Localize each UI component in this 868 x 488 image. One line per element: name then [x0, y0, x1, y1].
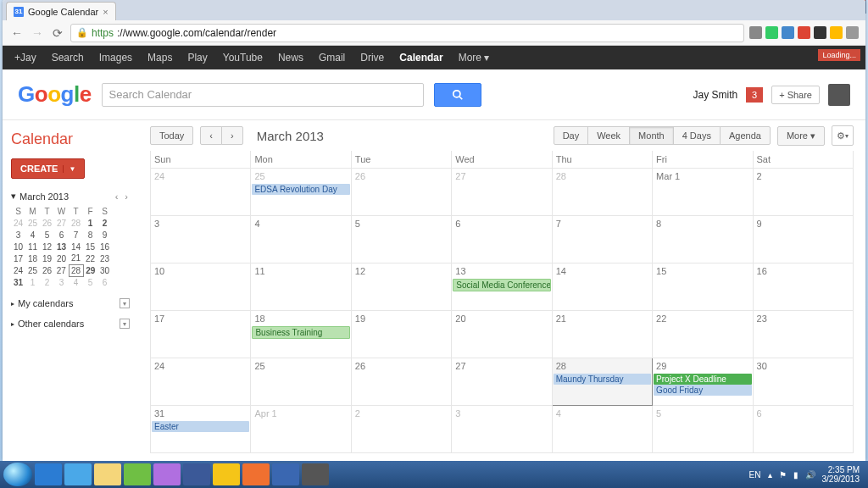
mini-day[interactable]: 16	[97, 241, 112, 252]
calendar-cell[interactable]: 24	[151, 358, 251, 406]
calendar-cell[interactable]: 7	[552, 216, 652, 263]
calendar-cell[interactable]: 8	[653, 216, 753, 263]
calendar-cell[interactable]: 25	[251, 358, 351, 406]
mini-day[interactable]: 5	[40, 229, 54, 241]
calendar-cell[interactable]: 6	[753, 406, 853, 453]
view-day[interactable]: Day	[554, 126, 589, 145]
dropdown-icon[interactable]: ▾	[120, 319, 130, 329]
nav-link-maps[interactable]: Maps	[147, 52, 172, 64]
ext-icon[interactable]	[749, 26, 762, 39]
calendar-event[interactable]: Social Media Conference	[453, 279, 550, 291]
mini-day[interactable]: 6	[97, 276, 112, 288]
mini-day[interactable]: 14	[69, 241, 83, 252]
calendar-cell[interactable]: 28	[552, 169, 652, 216]
calendar-cell[interactable]: 19	[351, 311, 451, 358]
calendar-cell[interactable]: 5	[653, 406, 753, 453]
mini-day[interactable]: 18	[25, 252, 40, 264]
calendar-cell[interactable]: 14	[552, 263, 652, 311]
calendar-event[interactable]: Project X Deadline	[654, 374, 751, 385]
mini-day[interactable]: 13	[54, 241, 69, 252]
mini-day[interactable]: 22	[83, 252, 97, 264]
mini-day[interactable]: 2	[40, 276, 54, 288]
google-logo[interactable]: Google	[18, 81, 92, 108]
nav-link-youtube[interactable]: YouTube	[223, 52, 263, 64]
calendar-cell[interactable]: 31Easter	[151, 406, 251, 453]
mini-day[interactable]: 20	[54, 252, 69, 264]
calendar-cell[interactable]: 10	[151, 263, 251, 311]
calendar-cell[interactable]: 16	[753, 263, 853, 311]
nav-link-play[interactable]: Play	[187, 52, 207, 64]
calendar-event[interactable]: Easter	[152, 421, 249, 432]
mini-day[interactable]: 25	[25, 217, 40, 229]
calendar-cell[interactable]: 12	[351, 263, 451, 311]
nav-link-calendar[interactable]: Calendar	[399, 52, 442, 64]
calendar-cell[interactable]: 20	[452, 311, 552, 358]
mini-day[interactable]: 27	[54, 217, 69, 229]
calendar-cell[interactable]: 4	[251, 216, 351, 263]
search-input[interactable]: Search Calendar	[102, 83, 424, 107]
mini-day[interactable]: 19	[40, 252, 54, 264]
calendar-cell[interactable]: 18Business Training	[251, 311, 351, 358]
nav-link-search[interactable]: Search	[52, 52, 84, 64]
my-calendars-toggle[interactable]: ▸ My calendars ▾	[11, 298, 130, 308]
today-button[interactable]: Today	[150, 126, 193, 145]
mini-day[interactable]: 24	[11, 264, 25, 276]
calendar-cell[interactable]: 15	[653, 263, 753, 311]
chevron-down-icon[interactable]: ▼	[63, 165, 75, 173]
mini-day[interactable]: 24	[11, 217, 25, 229]
view-4-days[interactable]: 4 Days	[673, 126, 721, 145]
calendar-cell[interactable]: 28Maundy Thursday	[552, 358, 652, 406]
mini-day[interactable]: 30	[97, 264, 112, 276]
tray-up-icon[interactable]: ▴	[768, 470, 772, 480]
url-input[interactable]: 🔒 https://www.google.com/calendar/render	[70, 24, 744, 42]
tab-close-icon[interactable]: ×	[103, 7, 108, 17]
share-button[interactable]: + Share	[771, 86, 820, 104]
settings-button[interactable]: ⚙▾	[832, 125, 854, 146]
taskbar-chrome-icon[interactable]	[213, 463, 240, 485]
mini-day[interactable]: 28	[69, 217, 83, 229]
mini-prev-icon[interactable]: ‹	[114, 191, 120, 202]
nav-link-images[interactable]: Images	[99, 52, 132, 64]
taskbar-explorer-icon[interactable]	[94, 463, 121, 485]
calendar-event[interactable]: EDSA Revolution Day	[252, 184, 349, 195]
calendar-cell[interactable]: 30	[753, 358, 853, 406]
mini-day[interactable]: 4	[25, 229, 40, 241]
calendar-cell[interactable]: 22	[653, 311, 753, 358]
ext-icon[interactable]	[798, 26, 810, 39]
search-button[interactable]	[434, 83, 481, 107]
mini-day[interactable]: 29	[83, 264, 97, 276]
mini-day[interactable]: 4	[69, 276, 83, 288]
calendar-cell[interactable]: 9	[753, 216, 853, 263]
ext-icon[interactable]	[814, 26, 826, 39]
calendar-cell[interactable]: 26	[351, 358, 451, 406]
dropdown-icon[interactable]: ▾	[120, 298, 130, 308]
calendar-event[interactable]: Business Training	[252, 326, 349, 339]
mini-day[interactable]: 31	[11, 276, 25, 288]
calendar-cell[interactable]: 11	[251, 263, 351, 311]
next-button[interactable]: ›	[221, 126, 243, 145]
browser-tab[interactable]: 31 Google Calendar ×	[6, 2, 116, 20]
mini-day[interactable]: 17	[11, 252, 25, 264]
taskbar-app-icon[interactable]	[242, 463, 270, 485]
calendar-cell[interactable]: 25EDSA Revolution Day	[251, 169, 351, 216]
more-button[interactable]: More ▾	[777, 126, 825, 146]
taskbar-word-icon[interactable]	[272, 463, 299, 485]
reload-icon[interactable]: ⟳	[50, 25, 65, 41]
mini-day[interactable]: 5	[83, 276, 97, 288]
calendar-cell[interactable]: 3	[452, 406, 552, 453]
calendar-cell[interactable]: 17	[151, 311, 251, 358]
view-agenda[interactable]: Agenda	[720, 126, 771, 145]
mini-day[interactable]: 12	[40, 241, 54, 252]
mini-day[interactable]: 7	[69, 229, 83, 241]
nav-link-drive[interactable]: Drive	[360, 52, 384, 64]
mini-day[interactable]: 1	[83, 217, 97, 229]
mini-day[interactable]: 28	[69, 264, 83, 276]
mini-day[interactable]: 8	[83, 229, 97, 241]
mini-day[interactable]: 11	[25, 241, 40, 252]
start-button[interactable]	[3, 463, 32, 486]
calendar-event[interactable]: Maundy Thursday	[554, 374, 651, 385]
calendar-cell[interactable]: 27	[452, 169, 552, 216]
tray-volume-icon[interactable]: 🔊	[805, 470, 815, 480]
other-calendars-toggle[interactable]: ▸ Other calendars ▾	[11, 319, 130, 329]
taskbar-clock[interactable]: 2:35 PM 3/29/2013	[822, 465, 860, 484]
